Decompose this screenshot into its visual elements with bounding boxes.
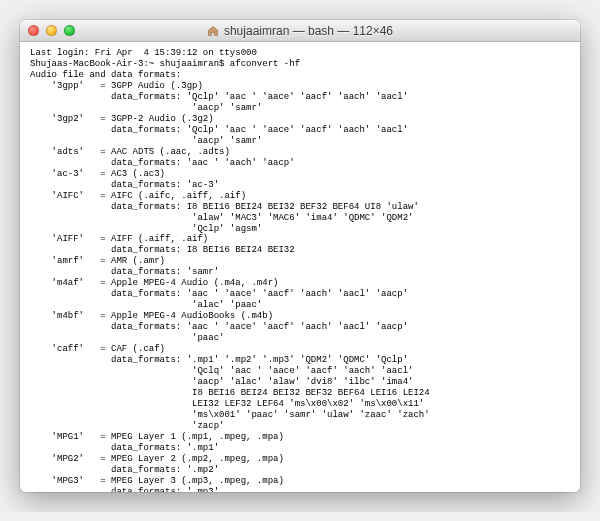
window-title: shujaaimran — bash — 112×46 <box>20 24 580 38</box>
titlebar[interactable]: shujaaimran — bash — 112×46 <box>20 20 580 42</box>
traffic-lights <box>28 25 75 36</box>
window-title-text: shujaaimran — bash — 112×46 <box>224 24 393 38</box>
terminal-window: shujaaimran — bash — 112×46 Last login: … <box>20 20 580 492</box>
home-icon <box>207 25 219 37</box>
zoom-button[interactable] <box>64 25 75 36</box>
minimize-button[interactable] <box>46 25 57 36</box>
terminal-output[interactable]: Last login: Fri Apr 4 15:39:12 on ttys00… <box>20 42 580 492</box>
close-button[interactable] <box>28 25 39 36</box>
